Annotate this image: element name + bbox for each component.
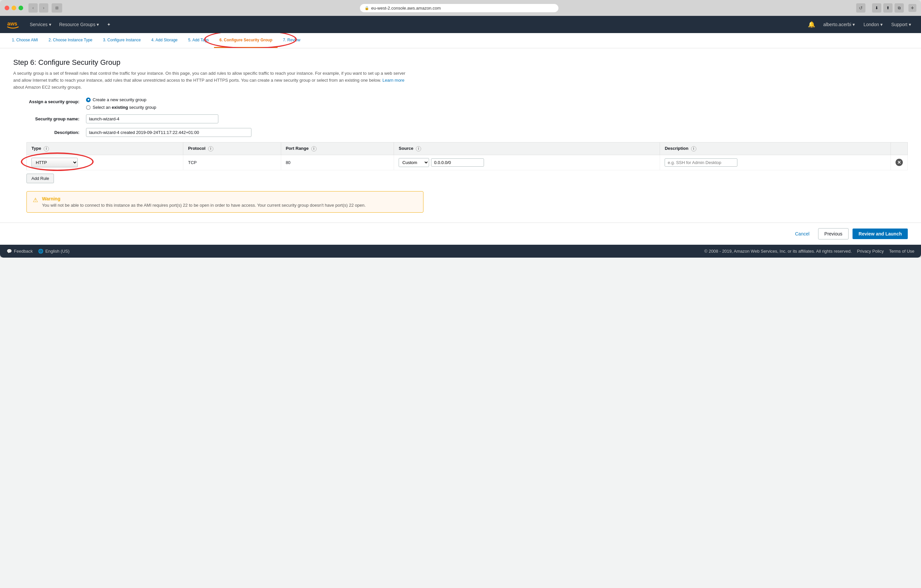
region-chevron: ▾ — [880, 22, 883, 27]
wizard-steps: 1. Choose AMI 2. Choose Instance Type 3.… — [0, 33, 921, 48]
rule-description-input[interactable] — [665, 158, 737, 167]
aws-logo: aws — [6, 18, 20, 31]
col-port-range: Port Range i — [281, 143, 394, 155]
minimize-button[interactable] — [11, 6, 16, 10]
step-5[interactable]: 5. Add Tags — [183, 33, 214, 48]
step-2[interactable]: 2. Choose Instance Type — [43, 33, 98, 48]
download-button[interactable]: ⬇ — [872, 3, 881, 13]
warning-title: Warning — [42, 196, 366, 201]
source-value-input[interactable] — [431, 158, 484, 167]
rg-chevron: ▾ — [97, 22, 99, 27]
bottom-bar: 💬 Feedback 🌐 English (US) © 2008 - 2019,… — [0, 245, 921, 258]
window-button[interactable]: ⧉ — [895, 3, 904, 13]
share-button[interactable]: ⬆ — [883, 3, 893, 13]
aws-logo-svg: aws — [6, 18, 20, 31]
copyright-text: © 2008 - 2019, Amazon Web Services, Inc.… — [704, 249, 852, 253]
warning-icon: ⚠ — [33, 197, 38, 204]
terms-of-use-link[interactable]: Terms of Use — [889, 249, 914, 253]
col-actions — [891, 143, 908, 155]
chat-icon: 💬 — [7, 249, 12, 253]
type-cell: HTTP HTTPS SSH Custom TCP All traffic — [27, 155, 183, 170]
services-chevron: ▾ — [49, 22, 51, 27]
pin-icon[interactable]: ✦ — [103, 16, 115, 33]
support-chevron: ▾ — [909, 22, 911, 27]
create-new-radio[interactable] — [86, 97, 91, 102]
col-protocol: Protocol i — [183, 143, 281, 155]
warning-text: You will not be able to connect to this … — [42, 203, 366, 208]
cancel-button[interactable]: Cancel — [790, 229, 814, 239]
add-rule-button[interactable]: Add Rule — [26, 174, 54, 183]
tab-view-button[interactable]: ⊞ — [52, 3, 62, 13]
remove-rule-button[interactable]: ✕ — [895, 159, 903, 166]
user-chevron: ▾ — [853, 22, 855, 27]
rules-table: Type i Protocol i Port Range i — [26, 142, 908, 170]
protocol-info-icon[interactable]: i — [208, 146, 213, 151]
nav-right: 🔔 alberto.acerbi ▾ London ▾ Support ▾ — [805, 16, 915, 33]
back-button[interactable]: ‹ — [28, 3, 38, 13]
globe-icon: 🌐 — [38, 249, 43, 253]
browser-actions: ⬇ ⬆ ⧉ — [872, 3, 904, 13]
remove-cell: ✕ — [891, 155, 908, 170]
resource-groups-nav[interactable]: Resource Groups ▾ — [55, 16, 103, 33]
description-label: Description: — [26, 128, 80, 135]
svg-text:aws: aws — [7, 21, 17, 26]
footer-bar: Cancel Previous Review and Launch — [0, 223, 921, 245]
nav-buttons: ‹ › — [28, 3, 48, 13]
new-tab-button[interactable]: + — [908, 4, 916, 12]
step-7[interactable]: 7. Review — [278, 33, 306, 48]
language-selector[interactable]: 🌐 English (US) — [38, 249, 70, 253]
services-nav[interactable]: Services ▾ — [26, 16, 55, 33]
form-section: Assign a security group: Create a new se… — [26, 97, 908, 213]
col-type: Type i — [27, 143, 183, 155]
lock-icon: 🔒 — [364, 6, 369, 10]
refresh-button[interactable]: ↺ — [856, 3, 866, 13]
user-menu[interactable]: alberto.acerbi ▾ — [819, 16, 859, 33]
sg-name-row: Security group name: — [26, 114, 908, 123]
assign-sg-label: Assign a security group: — [26, 97, 80, 104]
description-row: Description: — [26, 128, 908, 137]
type-select[interactable]: HTTP HTTPS SSH Custom TCP All traffic — [31, 158, 78, 167]
aws-topnav: aws Services ▾ Resource Groups ▾ ✦ 🔔 alb… — [0, 16, 921, 33]
learn-more-link[interactable]: Learn more — [382, 78, 404, 83]
privacy-policy-link[interactable]: Privacy Policy — [857, 249, 884, 253]
warning-box: ⚠ Warning You will not be able to connec… — [26, 191, 423, 213]
main-content: Step 6: Configure Security Group A secur… — [0, 48, 921, 223]
region-menu[interactable]: London ▾ — [859, 16, 887, 33]
notifications-button[interactable]: 🔔 — [805, 21, 818, 28]
forward-button[interactable]: › — [39, 3, 48, 13]
review-and-launch-button[interactable]: Review and Launch — [853, 229, 908, 239]
step-4[interactable]: 4. Add Storage — [146, 33, 182, 48]
close-button[interactable] — [5, 6, 9, 10]
step-3[interactable]: 3. Configure Instance — [98, 33, 146, 48]
support-menu[interactable]: Support ▾ — [887, 16, 915, 33]
assign-sg-row: Assign a security group: Create a new se… — [26, 97, 908, 110]
step-6[interactable]: 6. Configure Security Group — [214, 33, 278, 48]
port-range-cell: 80 — [281, 155, 394, 170]
table-row: HTTP HTTPS SSH Custom TCP All traffic TC… — [27, 155, 908, 170]
col-source: Source i — [394, 143, 660, 155]
col-description: Description i — [660, 143, 891, 155]
select-existing-sg-option[interactable]: Select an existing security group — [86, 105, 156, 110]
step-1[interactable]: 1. Choose AMI — [7, 33, 43, 48]
previous-button[interactable]: Previous — [818, 228, 849, 239]
source-type-select[interactable]: Custom Anywhere My IP — [399, 158, 429, 167]
protocol-cell: TCP — [183, 155, 281, 170]
desc-info-icon[interactable]: i — [691, 146, 696, 151]
address-bar[interactable]: 🔒 eu-west-2.console.aws.amazon.com — [360, 4, 558, 12]
select-existing-radio[interactable] — [86, 105, 91, 110]
browser-window: ‹ › ⊞ 🔒 eu-west-2.console.aws.amazon.com… — [0, 0, 921, 258]
rules-table-container: Type i Protocol i Port Range i — [26, 142, 908, 183]
description-input[interactable] — [86, 128, 251, 137]
source-info-icon[interactable]: i — [416, 146, 421, 151]
source-cell: Custom Anywhere My IP — [394, 155, 660, 170]
description-cell — [660, 155, 891, 170]
create-new-sg-option[interactable]: Create a new security group — [86, 97, 156, 102]
sg-name-input[interactable] — [86, 114, 218, 123]
feedback-button[interactable]: 💬 Feedback — [7, 249, 33, 253]
maximize-button[interactable] — [18, 6, 23, 10]
page-title: Step 6: Configure Security Group — [13, 58, 908, 67]
type-info-icon[interactable]: i — [44, 146, 49, 151]
url-text: eu-west-2.console.aws.amazon.com — [371, 6, 441, 11]
browser-titlebar: ‹ › ⊞ 🔒 eu-west-2.console.aws.amazon.com… — [0, 0, 921, 16]
port-range-info-icon[interactable]: i — [311, 146, 317, 151]
